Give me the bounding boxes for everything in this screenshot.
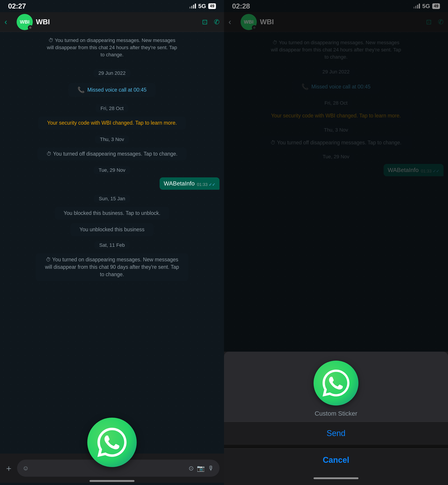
sticker-icon: [313, 361, 359, 405]
cancel-button[interactable]: Cancel: [224, 448, 448, 471]
security-msg-bubble[interactable]: Your security code with WBI changed. Tap…: [38, 117, 186, 129]
date-pill-jan: Sun, 15 Jan: [94, 195, 130, 203]
sticker-label: Custom Sticker: [315, 410, 357, 417]
right-panel: 02:28 5G 49 ‹ WBI WBI ⊡ ✆: [224, 0, 448, 485]
camera-icon[interactable]: 📷: [197, 465, 205, 472]
avatar[interactable]: WBI: [17, 14, 33, 30]
contact-name[interactable]: WBI: [36, 18, 199, 26]
send-button[interactable]: Send: [224, 422, 448, 445]
missed-call-link[interactable]: Missed voice call at 00:45: [87, 86, 146, 94]
left-chat-area: ⏱ You turned on disappearing messages. N…: [0, 32, 224, 485]
nav-action-icons: ⊡ ✆: [202, 18, 219, 26]
unblocked-bubble[interactable]: You unblocked this business: [71, 223, 153, 236]
date-row-jun: 29 Jun 2022: [0, 69, 224, 77]
turned-on-90-bubble[interactable]: ⏱ You turned on disappearing messages. N…: [36, 253, 188, 281]
sent-time: 01:33 ✓✓: [197, 182, 216, 187]
missed-call-icon: 📞: [77, 86, 85, 94]
sticker-preview-card: Custom Sticker: [224, 352, 448, 422]
whatsapp-logo-circle[interactable]: [87, 418, 137, 467]
date-row-nov: Thu, 3 Nov: [0, 135, 224, 144]
avatar-badge: [28, 25, 33, 30]
sent-message-row: WABetaInfo 01:33 ✓✓: [0, 176, 224, 191]
date-row-nov29: Tue, 29 Nov: [0, 166, 224, 174]
date-pill-nov29: Tue, 29 Nov: [94, 166, 130, 174]
date-row-feb: Sat, 11 Feb: [0, 241, 224, 249]
sent-bubble: WABetaInfo 01:33 ✓✓: [160, 177, 219, 190]
date-row-jan: Sun, 15 Jan: [0, 195, 224, 203]
video-call-icon[interactable]: ⊡: [202, 18, 208, 26]
action-sheet-overlay: Custom Sticker Send Cancel: [224, 352, 448, 485]
date-pill-oct: Fri, 28 Oct: [96, 105, 129, 113]
signal-icon: [189, 4, 196, 8]
home-indicator: [89, 480, 135, 482]
left-nav-bar: ‹ WBI WBI ⊡ ✆: [0, 12, 224, 32]
sent-text: WABetaInfo: [164, 180, 195, 187]
float-whatsapp-button[interactable]: [87, 418, 137, 467]
phone-icon[interactable]: ✆: [214, 18, 219, 26]
turned-off-bubble[interactable]: ⏱ You turned off disappearing messages. …: [38, 147, 186, 160]
back-button[interactable]: ‹: [5, 17, 14, 27]
add-icon[interactable]: ＋: [5, 462, 13, 474]
date-row-oct: Fri, 28 Oct: [0, 105, 224, 113]
disappearing-msg-top[interactable]: ⏱ You turned on disappearing messages. N…: [36, 34, 188, 61]
sticker-icon[interactable]: ⊙: [189, 465, 194, 472]
left-status-icons: 5G 49: [189, 3, 216, 10]
date-pill-feb: Sat, 11 Feb: [94, 241, 130, 249]
left-status-bar: 02:27 5G 49: [0, 0, 224, 12]
date-pill-nov: Thu, 3 Nov: [95, 135, 129, 144]
tick-icon: ✓✓: [209, 182, 216, 187]
date-pill-jun: 29 Jun 2022: [93, 69, 130, 77]
svg-point-0: [29, 26, 32, 29]
network-label: 5G: [198, 3, 206, 10]
missed-call-row[interactable]: 📞 Missed voice call at 00:45: [0, 81, 224, 99]
left-panel: 02:27 5G 49 ‹ WBI WBI ⊡: [0, 0, 224, 485]
left-time: 02:27: [8, 2, 26, 10]
right-home-indicator: [313, 477, 359, 479]
action-sheet: Custom Sticker Send Cancel: [224, 352, 448, 485]
battery-badge: 49: [208, 3, 216, 9]
emoji-icon[interactable]: ☺: [23, 465, 29, 472]
mic-icon[interactable]: 🎙: [208, 465, 214, 472]
missed-call-bubble[interactable]: 📞 Missed voice call at 00:45: [68, 83, 155, 97]
blocked-bubble[interactable]: You blocked this business. Tap to unbloc…: [55, 207, 169, 220]
